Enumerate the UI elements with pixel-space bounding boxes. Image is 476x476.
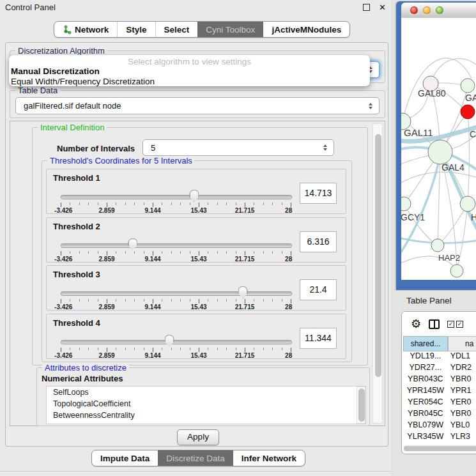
attributes-group-title: Attributes to discretize <box>42 363 129 372</box>
stepper-icon <box>369 103 372 109</box>
slider-tick-labels: -3.4262.8599.14415.4321.71528 <box>61 352 291 360</box>
cell-shared-name[interactable]: YBL079W <box>403 420 448 432</box>
threshold-value-field[interactable]: 6.316 <box>300 231 337 252</box>
column-header-shared-name[interactable]: shared... <box>403 336 448 351</box>
algorithm-option-manual[interactable]: Manual Discretization <box>9 66 370 77</box>
slider-thumb[interactable] <box>189 190 199 202</box>
bottom-tab-label: Impute Data <box>100 454 150 463</box>
algorithm-dropdown-popup: Select algorithm to view settings Manual… <box>9 55 370 86</box>
slider-tick-labels: -3.4262.8599.14415.4321.71528 <box>61 207 291 215</box>
apply-button[interactable]: Apply <box>177 429 219 445</box>
settings-scrollbar[interactable] <box>372 123 383 424</box>
attribute-list-item[interactable]: TopologicalCoefficient <box>47 398 365 410</box>
table-row[interactable]: YBR043CYBR0 <box>403 374 476 386</box>
network-node-ga[interactable] <box>461 79 475 93</box>
settings-scrollbar-thumb[interactable] <box>375 134 381 377</box>
cell-name[interactable]: YBR0 <box>448 409 476 420</box>
network-graph: GAL80GACGAL11GAL4GCY1HHAP2 <box>401 18 476 280</box>
float-window-icon[interactable] <box>363 4 370 11</box>
cell-shared-name[interactable]: YBR045C <box>403 409 448 420</box>
network-node-label: GCY1 <box>401 212 425 222</box>
attr-items: SelfLoopsTopologicalCoefficientBetweenne… <box>47 387 365 421</box>
network-view-window[interactable]: GAL80GACGAL11GAL4GCY1HHAP2 <box>396 1 476 290</box>
bottom-tab-infer-network[interactable]: Infer Network <box>233 450 305 466</box>
table-row[interactable]: YBL079WYBL0 <box>403 420 476 432</box>
checkbox-icon[interactable]: ✓ <box>447 321 454 328</box>
table-row[interactable]: YER054CYER0 <box>403 397 476 409</box>
number-of-intervals-select[interactable]: 5 <box>142 139 334 156</box>
table-row[interactable]: YLR345WYLR3 <box>403 432 476 443</box>
gear-icon[interactable]: ⚙ <box>411 318 421 330</box>
threshold-label: Threshold 1 <box>53 173 100 183</box>
slider-thumb[interactable] <box>128 238 137 250</box>
tab-cyni-toolbox[interactable]: Cyni Toolbox <box>197 22 263 37</box>
settings-scroll-panel: Interval Definition Number of Intervals … <box>10 121 385 426</box>
checkbox-icon[interactable]: ✓ <box>456 321 463 328</box>
columns-icon[interactable] <box>429 319 440 329</box>
attributes-scrollbar-thumb[interactable] <box>358 388 365 422</box>
slider-thumb[interactable] <box>238 286 248 298</box>
bottom-tab-impute-data[interactable]: Impute Data <box>92 450 158 466</box>
table-row[interactable]: YDR27...YDR2 <box>403 363 476 374</box>
cell-shared-name[interactable]: YDL19... <box>403 351 448 363</box>
tab-jactivemnodules[interactable]: jActiveMNodules <box>263 22 349 37</box>
table-data-select[interactable]: galFiltered.sif default node <box>15 97 380 114</box>
cell-name[interactable]: YDR2 <box>448 363 476 374</box>
tab-style[interactable]: Style <box>117 22 155 37</box>
tab-select[interactable]: Select <box>155 22 198 37</box>
network-node-gal4[interactable] <box>428 140 452 164</box>
threshold-label: Threshold 3 <box>53 270 100 279</box>
network-node-h[interactable] <box>460 196 475 211</box>
table-hscrollbar[interactable] <box>403 445 476 452</box>
threshold-slider[interactable] <box>61 340 292 344</box>
network-node-gcy1[interactable] <box>401 197 411 211</box>
cell-shared-name[interactable]: YBR043C <box>403 374 448 386</box>
table-row[interactable]: YBR045CYBR0 <box>403 409 476 420</box>
cell-name[interactable]: YBL0 <box>448 420 476 432</box>
bottom-tab-discretize-data[interactable]: Discretize Data <box>158 450 233 466</box>
threshold-slider[interactable] <box>61 291 292 296</box>
table-data-value: galFiltered.sif default node <box>24 101 121 111</box>
close-icon[interactable]: ✕ <box>379 3 386 12</box>
table-panel-title: Table Panel <box>406 296 452 305</box>
network-canvas[interactable]: GAL80GACGAL11GAL4GCY1HHAP2 <box>401 18 476 280</box>
slider-ticks <box>61 203 291 207</box>
algorithm-option-equal-width[interactable]: Equal Width/Frequency Discretization <box>9 77 370 86</box>
network-node-hap2[interactable] <box>431 239 444 252</box>
slider-ticks <box>61 299 291 303</box>
table-hscrollbar-thumb[interactable] <box>404 446 476 451</box>
threshold-slider[interactable] <box>61 195 292 199</box>
close-traffic-light-icon[interactable] <box>410 6 418 14</box>
threshold-slider[interactable] <box>61 243 292 248</box>
interval-definition-group: Interval Definition Number of Intervals … <box>32 127 368 365</box>
table-row[interactable]: YDL19...YDL1 <box>403 351 476 363</box>
slider-thumb[interactable] <box>165 335 174 347</box>
table-row[interactable]: YPR145WYPR1 <box>403 386 476 397</box>
network-node[interactable] <box>450 265 463 277</box>
numerical-attributes-list[interactable]: SelfLoopsTopologicalCoefficientBetweenne… <box>46 386 366 424</box>
threshold-value-field[interactable]: 11.344 <box>300 328 337 349</box>
cell-name[interactable]: YPR1 <box>448 386 476 397</box>
minimize-traffic-light-icon[interactable] <box>423 6 431 14</box>
cell-shared-name[interactable]: YLR345W <box>403 432 448 443</box>
cell-shared-name[interactable]: YPR145W <box>403 386 448 397</box>
tab-network[interactable]: Network <box>54 22 117 37</box>
network-node-label: H <box>471 212 476 222</box>
zoom-traffic-light-icon[interactable] <box>436 6 443 14</box>
cell-name[interactable]: YDL1 <box>448 351 476 363</box>
slider-ticks <box>61 251 291 256</box>
network-edge <box>401 172 476 184</box>
attribute-list-item[interactable]: SelfLoops <box>47 387 365 398</box>
window-title: Control Panel <box>5 3 56 12</box>
threshold-value-field[interactable]: 21.4 <box>300 279 337 300</box>
threshold-value-field[interactable]: 14.713 <box>300 183 337 204</box>
cell-name[interactable]: YLR3 <box>448 432 476 443</box>
attribute-list-item[interactable]: BetweennessCentrality <box>47 410 365 421</box>
network-node-c[interactable] <box>461 105 475 119</box>
cell-shared-name[interactable]: YER054C <box>403 397 448 409</box>
cell-shared-name[interactable]: YDR27... <box>403 363 448 374</box>
attributes-scrollbar[interactable] <box>357 387 365 424</box>
cell-name[interactable]: YER0 <box>448 397 476 409</box>
column-header-name[interactable]: na <box>448 336 476 351</box>
cell-name[interactable]: YBR0 <box>448 374 476 386</box>
